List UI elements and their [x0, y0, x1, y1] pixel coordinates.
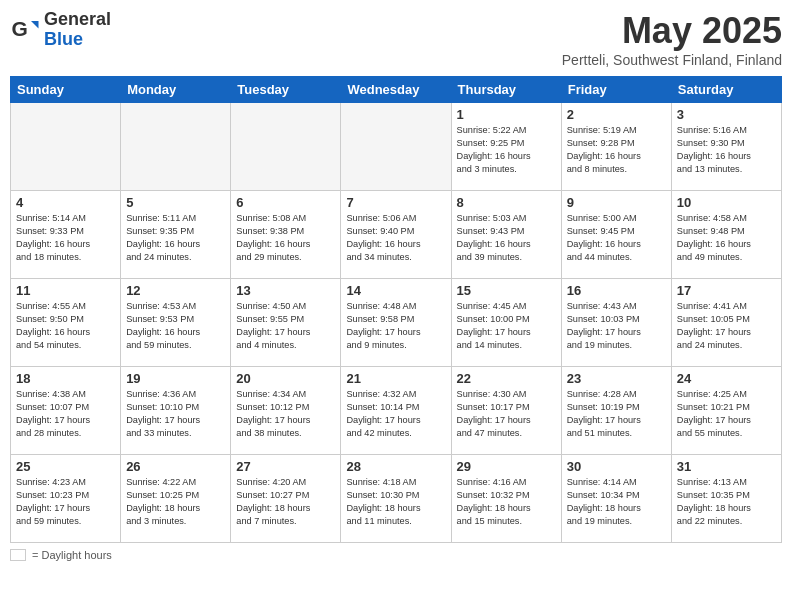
day-number: 25: [16, 459, 115, 474]
day-number: 28: [346, 459, 445, 474]
weekday-header-friday: Friday: [561, 77, 671, 103]
day-cell: 19Sunrise: 4:36 AM Sunset: 10:10 PM Dayl…: [121, 367, 231, 455]
day-cell: 27Sunrise: 4:20 AM Sunset: 10:27 PM Dayl…: [231, 455, 341, 543]
day-number: 13: [236, 283, 335, 298]
day-cell: 28Sunrise: 4:18 AM Sunset: 10:30 PM Dayl…: [341, 455, 451, 543]
day-cell: 9Sunrise: 5:00 AM Sunset: 9:45 PM Daylig…: [561, 191, 671, 279]
day-cell: 31Sunrise: 4:13 AM Sunset: 10:35 PM Dayl…: [671, 455, 781, 543]
day-info: Sunrise: 4:28 AM Sunset: 10:19 PM Daylig…: [567, 388, 666, 440]
day-cell: [121, 103, 231, 191]
day-number: 12: [126, 283, 225, 298]
day-cell: 25Sunrise: 4:23 AM Sunset: 10:23 PM Dayl…: [11, 455, 121, 543]
day-number: 11: [16, 283, 115, 298]
day-info: Sunrise: 4:30 AM Sunset: 10:17 PM Daylig…: [457, 388, 556, 440]
day-info: Sunrise: 4:43 AM Sunset: 10:03 PM Daylig…: [567, 300, 666, 352]
day-cell: 18Sunrise: 4:38 AM Sunset: 10:07 PM Dayl…: [11, 367, 121, 455]
day-number: 6: [236, 195, 335, 210]
day-info: Sunrise: 5:22 AM Sunset: 9:25 PM Dayligh…: [457, 124, 556, 176]
day-number: 18: [16, 371, 115, 386]
day-info: Sunrise: 4:41 AM Sunset: 10:05 PM Daylig…: [677, 300, 776, 352]
day-cell: 17Sunrise: 4:41 AM Sunset: 10:05 PM Dayl…: [671, 279, 781, 367]
day-cell: [231, 103, 341, 191]
day-cell: 12Sunrise: 4:53 AM Sunset: 9:53 PM Dayli…: [121, 279, 231, 367]
day-info: Sunrise: 4:48 AM Sunset: 9:58 PM Dayligh…: [346, 300, 445, 352]
weekday-header-tuesday: Tuesday: [231, 77, 341, 103]
day-number: 16: [567, 283, 666, 298]
day-number: 20: [236, 371, 335, 386]
day-info: Sunrise: 4:25 AM Sunset: 10:21 PM Daylig…: [677, 388, 776, 440]
day-info: Sunrise: 5:14 AM Sunset: 9:33 PM Dayligh…: [16, 212, 115, 264]
day-number: 26: [126, 459, 225, 474]
weekday-header-thursday: Thursday: [451, 77, 561, 103]
weekday-header-sunday: Sunday: [11, 77, 121, 103]
svg-marker-1: [31, 21, 39, 29]
day-info: Sunrise: 4:16 AM Sunset: 10:32 PM Daylig…: [457, 476, 556, 528]
day-number: 2: [567, 107, 666, 122]
day-number: 23: [567, 371, 666, 386]
day-info: Sunrise: 4:36 AM Sunset: 10:10 PM Daylig…: [126, 388, 225, 440]
day-number: 14: [346, 283, 445, 298]
day-cell: 2Sunrise: 5:19 AM Sunset: 9:28 PM Daylig…: [561, 103, 671, 191]
legend: = Daylight hours: [10, 549, 782, 561]
day-cell: 15Sunrise: 4:45 AM Sunset: 10:00 PM Dayl…: [451, 279, 561, 367]
day-number: 15: [457, 283, 556, 298]
day-number: 4: [16, 195, 115, 210]
day-number: 7: [346, 195, 445, 210]
day-info: Sunrise: 5:00 AM Sunset: 9:45 PM Dayligh…: [567, 212, 666, 264]
week-row-4: 18Sunrise: 4:38 AM Sunset: 10:07 PM Dayl…: [11, 367, 782, 455]
weekday-header-saturday: Saturday: [671, 77, 781, 103]
day-number: 24: [677, 371, 776, 386]
day-info: Sunrise: 4:13 AM Sunset: 10:35 PM Daylig…: [677, 476, 776, 528]
day-number: 5: [126, 195, 225, 210]
day-number: 31: [677, 459, 776, 474]
day-cell: 23Sunrise: 4:28 AM Sunset: 10:19 PM Dayl…: [561, 367, 671, 455]
week-row-5: 25Sunrise: 4:23 AM Sunset: 10:23 PM Dayl…: [11, 455, 782, 543]
logo: G General Blue: [10, 10, 111, 50]
day-info: Sunrise: 5:03 AM Sunset: 9:43 PM Dayligh…: [457, 212, 556, 264]
day-info: Sunrise: 4:50 AM Sunset: 9:55 PM Dayligh…: [236, 300, 335, 352]
day-info: Sunrise: 4:20 AM Sunset: 10:27 PM Daylig…: [236, 476, 335, 528]
legend-label: = Daylight hours: [32, 549, 112, 561]
day-number: 27: [236, 459, 335, 474]
weekday-header-wednesday: Wednesday: [341, 77, 451, 103]
day-cell: 30Sunrise: 4:14 AM Sunset: 10:34 PM Dayl…: [561, 455, 671, 543]
page-header: G General Blue May 2025 Pertteli, Southw…: [10, 10, 782, 68]
day-cell: 7Sunrise: 5:06 AM Sunset: 9:40 PM Daylig…: [341, 191, 451, 279]
week-row-3: 11Sunrise: 4:55 AM Sunset: 9:50 PM Dayli…: [11, 279, 782, 367]
week-row-1: 1Sunrise: 5:22 AM Sunset: 9:25 PM Daylig…: [11, 103, 782, 191]
day-cell: 8Sunrise: 5:03 AM Sunset: 9:43 PM Daylig…: [451, 191, 561, 279]
day-number: 17: [677, 283, 776, 298]
weekday-header-row: SundayMondayTuesdayWednesdayThursdayFrid…: [11, 77, 782, 103]
day-cell: 10Sunrise: 4:58 AM Sunset: 9:48 PM Dayli…: [671, 191, 781, 279]
day-info: Sunrise: 4:22 AM Sunset: 10:25 PM Daylig…: [126, 476, 225, 528]
day-cell: 4Sunrise: 5:14 AM Sunset: 9:33 PM Daylig…: [11, 191, 121, 279]
day-info: Sunrise: 5:11 AM Sunset: 9:35 PM Dayligh…: [126, 212, 225, 264]
day-info: Sunrise: 5:08 AM Sunset: 9:38 PM Dayligh…: [236, 212, 335, 264]
day-cell: 6Sunrise: 5:08 AM Sunset: 9:38 PM Daylig…: [231, 191, 341, 279]
day-number: 9: [567, 195, 666, 210]
day-number: 8: [457, 195, 556, 210]
day-info: Sunrise: 4:23 AM Sunset: 10:23 PM Daylig…: [16, 476, 115, 528]
day-number: 3: [677, 107, 776, 122]
day-info: Sunrise: 4:38 AM Sunset: 10:07 PM Daylig…: [16, 388, 115, 440]
day-number: 21: [346, 371, 445, 386]
day-cell: 11Sunrise: 4:55 AM Sunset: 9:50 PM Dayli…: [11, 279, 121, 367]
day-cell: 24Sunrise: 4:25 AM Sunset: 10:21 PM Dayl…: [671, 367, 781, 455]
week-row-2: 4Sunrise: 5:14 AM Sunset: 9:33 PM Daylig…: [11, 191, 782, 279]
logo-icon: G: [10, 15, 40, 45]
day-cell: 22Sunrise: 4:30 AM Sunset: 10:17 PM Dayl…: [451, 367, 561, 455]
day-number: 1: [457, 107, 556, 122]
day-info: Sunrise: 4:14 AM Sunset: 10:34 PM Daylig…: [567, 476, 666, 528]
weekday-header-monday: Monday: [121, 77, 231, 103]
day-info: Sunrise: 4:32 AM Sunset: 10:14 PM Daylig…: [346, 388, 445, 440]
svg-text:G: G: [12, 17, 28, 40]
day-cell: 5Sunrise: 5:11 AM Sunset: 9:35 PM Daylig…: [121, 191, 231, 279]
day-cell: 3Sunrise: 5:16 AM Sunset: 9:30 PM Daylig…: [671, 103, 781, 191]
day-cell: 21Sunrise: 4:32 AM Sunset: 10:14 PM Dayl…: [341, 367, 451, 455]
day-cell: 13Sunrise: 4:50 AM Sunset: 9:55 PM Dayli…: [231, 279, 341, 367]
month-title: May 2025: [562, 10, 782, 52]
day-info: Sunrise: 4:34 AM Sunset: 10:12 PM Daylig…: [236, 388, 335, 440]
day-number: 19: [126, 371, 225, 386]
day-cell: 1Sunrise: 5:22 AM Sunset: 9:25 PM Daylig…: [451, 103, 561, 191]
day-cell: [341, 103, 451, 191]
